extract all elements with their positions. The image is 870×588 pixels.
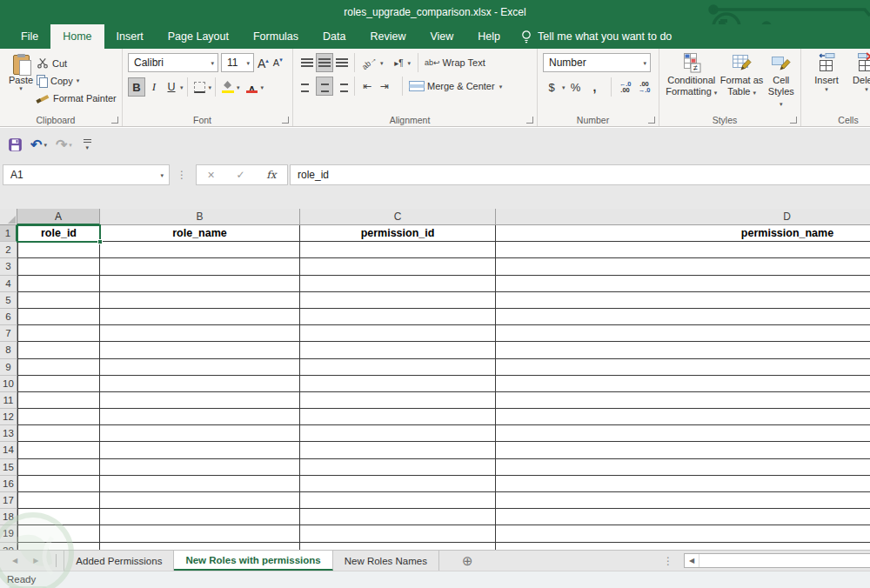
row-header-12[interactable]: 12 bbox=[0, 409, 17, 425]
cell-C11[interactable] bbox=[300, 392, 496, 409]
cell-A3[interactable] bbox=[17, 258, 100, 275]
cell-D13[interactable] bbox=[496, 425, 870, 442]
cell-D8[interactable] bbox=[496, 342, 870, 358]
column-header-D[interactable]: D bbox=[496, 209, 870, 225]
row-header-11[interactable]: 11 bbox=[0, 392, 17, 409]
cell-A11[interactable] bbox=[17, 392, 100, 409]
cell-A12[interactable] bbox=[17, 409, 100, 425]
font-color-caret-icon[interactable]: ▾ bbox=[261, 84, 264, 90]
cell-C6[interactable] bbox=[300, 309, 496, 325]
cell-D18[interactable] bbox=[496, 509, 870, 525]
cut-button[interactable]: Cut bbox=[37, 56, 117, 70]
paste-button[interactable]: Paste ▾ bbox=[5, 53, 37, 112]
cell-A20[interactable] bbox=[17, 543, 100, 550]
cell-B14[interactable] bbox=[100, 442, 300, 458]
cell-B16[interactable] bbox=[100, 476, 300, 492]
row-header-1[interactable]: 1 bbox=[0, 225, 17, 242]
ribbon-tab-page-layout[interactable]: Page Layout bbox=[156, 24, 241, 49]
comma-button[interactable]: , bbox=[586, 77, 604, 97]
font-size-select[interactable]: 11 ▾ bbox=[221, 53, 254, 72]
clipboard-dialog-launcher-icon[interactable] bbox=[111, 117, 118, 124]
cell-D19[interactable] bbox=[496, 525, 870, 542]
cell-C7[interactable] bbox=[300, 325, 496, 342]
cell-A14[interactable] bbox=[17, 442, 100, 458]
tabbar-resize-handle[interactable]: ⋮ bbox=[663, 551, 684, 571]
scrollbar-track[interactable] bbox=[699, 554, 870, 567]
cell-A17[interactable] bbox=[17, 492, 100, 509]
cell-D16[interactable] bbox=[496, 476, 870, 492]
cell-A6[interactable] bbox=[17, 309, 100, 325]
cell-B4[interactable] bbox=[100, 276, 300, 292]
increase-indent-button[interactable]: ⇥ bbox=[376, 77, 393, 96]
italic-button[interactable]: I bbox=[145, 77, 163, 97]
sheet-nav-right-icon[interactable]: ▶ bbox=[33, 557, 38, 565]
orientation-button[interactable]: ab→ bbox=[358, 53, 380, 72]
decrease-decimal-button[interactable]: .00→.0 bbox=[636, 77, 653, 97]
cell-C9[interactable] bbox=[300, 359, 496, 376]
cell-A10[interactable] bbox=[17, 376, 100, 392]
cell-B13[interactable] bbox=[100, 425, 300, 442]
align-left-button[interactable] bbox=[298, 77, 316, 96]
ribbon-tab-help[interactable]: Help bbox=[465, 24, 512, 49]
row-header-7[interactable]: 7 bbox=[0, 325, 17, 342]
ribbon-tab-data[interactable]: Data bbox=[311, 24, 358, 49]
cell-A16[interactable] bbox=[17, 476, 100, 492]
ribbon-tab-insert[interactable]: Insert bbox=[104, 24, 156, 49]
row-header-20[interactable]: 20 bbox=[0, 543, 17, 550]
cell-A8[interactable] bbox=[17, 342, 100, 358]
row-header-4[interactable]: 4 bbox=[0, 276, 17, 292]
ribbon-tab-file[interactable]: File bbox=[9, 24, 50, 49]
cell-C18[interactable] bbox=[300, 509, 496, 525]
cell-B1[interactable]: role_name bbox=[100, 225, 300, 242]
cell-D6[interactable] bbox=[496, 309, 870, 325]
cell-B2[interactable] bbox=[100, 242, 300, 258]
horizontal-scrollbar[interactable]: ◀ bbox=[684, 553, 870, 568]
customize-qat-button[interactable]: ▾ bbox=[84, 139, 91, 150]
cell-D5[interactable] bbox=[496, 292, 870, 309]
cell-C16[interactable] bbox=[300, 476, 496, 492]
underline-button[interactable]: U bbox=[163, 77, 180, 97]
tell-me-box[interactable]: Tell me what you want to do bbox=[521, 24, 672, 49]
scroll-left-icon[interactable]: ◀ bbox=[685, 554, 699, 567]
align-bottom-button[interactable] bbox=[333, 53, 351, 72]
cell-C10[interactable] bbox=[300, 376, 496, 392]
styles-dialog-launcher-icon[interactable] bbox=[790, 117, 797, 124]
align-top-button[interactable] bbox=[298, 53, 316, 72]
cell-C14[interactable] bbox=[300, 442, 496, 458]
align-center-button[interactable] bbox=[316, 77, 333, 96]
formula-bar-resize-handle[interactable]: ⋮ bbox=[177, 168, 187, 182]
underline-caret-icon[interactable]: ▾ bbox=[180, 84, 184, 90]
sheet-nav-left-icon[interactable]: ◀ bbox=[12, 557, 17, 565]
cell-D10[interactable] bbox=[496, 376, 870, 392]
name-box[interactable]: A1 ▾ bbox=[3, 164, 170, 185]
column-header-C[interactable]: C bbox=[300, 209, 496, 225]
cell-C8[interactable] bbox=[300, 342, 496, 358]
cell-A4[interactable] bbox=[17, 276, 100, 292]
currency-button[interactable]: $ bbox=[543, 77, 560, 97]
cell-B19[interactable] bbox=[100, 525, 300, 542]
row-header-16[interactable]: 16 bbox=[0, 476, 17, 492]
cell-C19[interactable] bbox=[300, 525, 496, 542]
cell-B20[interactable] bbox=[100, 543, 300, 550]
alignment-dialog-launcher-icon[interactable] bbox=[526, 117, 533, 124]
cell-A7[interactable] bbox=[17, 325, 100, 342]
insert-cells-button[interactable]: Insert ▾ bbox=[806, 52, 847, 112]
grow-font-icon[interactable]: A▴ bbox=[258, 57, 269, 70]
cell-C15[interactable] bbox=[300, 459, 496, 476]
row-header-17[interactable]: 17 bbox=[0, 492, 17, 509]
cell-styles-button[interactable]: Cell Styles ▾ bbox=[766, 52, 797, 112]
cell-D12[interactable] bbox=[496, 409, 870, 425]
conditional-formatting-button[interactable]: ≠ Conditional Formatting ▾ bbox=[665, 52, 719, 112]
cell-B6[interactable] bbox=[100, 309, 300, 325]
row-header-9[interactable]: 9 bbox=[0, 359, 17, 376]
ribbon-tab-review[interactable]: Review bbox=[358, 24, 418, 49]
row-header-13[interactable]: 13 bbox=[0, 425, 17, 442]
fill-color-caret-icon[interactable]: ▾ bbox=[237, 84, 240, 90]
row-header-19[interactable]: 19 bbox=[0, 525, 17, 542]
cell-A18[interactable] bbox=[17, 509, 100, 525]
copy-button[interactable]: Copy ▾ bbox=[37, 73, 117, 88]
wrap-text-button[interactable]: ab↩ Wrap Text bbox=[422, 53, 488, 72]
text-direction-button[interactable]: ▸¶ bbox=[391, 53, 408, 72]
ribbon-tab-formulas[interactable]: Formulas bbox=[241, 24, 311, 49]
cell-D3[interactable] bbox=[496, 258, 870, 275]
